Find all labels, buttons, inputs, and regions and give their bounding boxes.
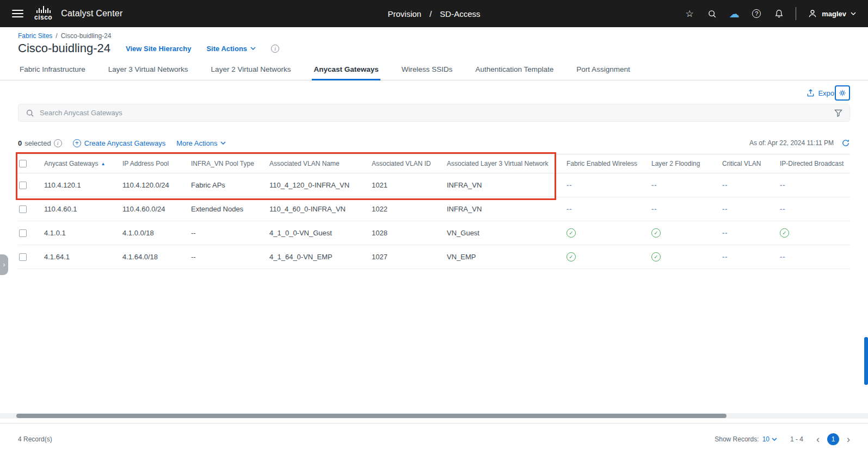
chevron-down-icon (220, 141, 226, 145)
column-label: Critical VLAN (722, 160, 761, 167)
cell-anycast-gateway: 110.4.60.1 (43, 197, 121, 221)
info-icon[interactable]: i (54, 139, 62, 147)
select-all-checkbox[interactable] (19, 160, 27, 167)
table-settings-button[interactable] (835, 85, 850, 101)
view-site-hierarchy-link[interactable]: View Site Hierarchy (126, 45, 191, 53)
column-label: Anycast Gateways (44, 160, 98, 167)
tab-port-assignment[interactable]: Port Assignment (575, 60, 631, 80)
cloud-icon[interactable]: ☁ (729, 8, 740, 19)
table-footer: 4 Record(s) Show Records: 10 1 - 4 ‹ 1 › (0, 423, 868, 455)
current-page-button[interactable]: 1 (827, 433, 839, 445)
cell-ip-address-pool: 110.4.60.0/24 (121, 197, 190, 221)
more-actions-dropdown[interactable]: More Actions (176, 139, 226, 147)
gear-icon (838, 89, 847, 97)
cell-ip-address-pool: 110.4.120.0/24 (121, 173, 190, 197)
page-title: Cisco-buidling-24 (18, 41, 110, 55)
horizontal-scrollbar (0, 413, 868, 419)
navbar-divider (796, 7, 796, 20)
previous-page-button[interactable]: ‹ (816, 434, 820, 444)
product-title: Catalyst Center (61, 9, 122, 18)
notifications-bell-icon[interactable] (773, 8, 784, 19)
pagination-range: 1 - 4 (790, 435, 803, 443)
row-checkbox[interactable] (19, 205, 27, 213)
sort-ascending-icon[interactable]: ▲ (101, 161, 105, 166)
tab-layer2-virtual-networks[interactable]: Layer 2 Virtual Networks (210, 60, 293, 80)
column-label: Associated VLAN ID (372, 160, 431, 167)
hamburger-menu-icon[interactable] (12, 10, 23, 17)
column-header-fabric-enabled-wireless[interactable]: Fabric Enabled Wireless (565, 154, 650, 173)
create-anycast-gateways-label: Create Anycast Gateways (84, 139, 166, 147)
row-checkbox[interactable] (19, 229, 27, 237)
column-header-anycast-gateways[interactable]: Anycast Gateways▲ (43, 154, 121, 173)
cell-associated-l3-virtual-network: INFRA_VN (446, 173, 565, 197)
tab-wireless-ssids[interactable]: Wireless SSIDs (400, 60, 454, 80)
user-menu[interactable]: maglev (808, 9, 856, 18)
cell-associated-vlan-id: 1022 (371, 197, 446, 221)
search-bar (18, 104, 850, 122)
tab-fabric-infrastructure[interactable]: Fabric Infrastructure (18, 60, 87, 80)
table-row: 110.4.120.1 110.4.120.0/24 Fabric APs 11… (18, 173, 850, 197)
as-of-label: As of: Apr 22, 2024 11:11 PM (749, 139, 834, 147)
cell-fabric-enabled-wireless: ✓ (565, 221, 650, 245)
row-checkbox[interactable] (19, 253, 27, 261)
breadcrumb-fabric-sites[interactable]: Fabric Sites (18, 32, 52, 40)
filter-icon[interactable] (834, 109, 842, 117)
cell-anycast-gateway: 110.4.120.1 (43, 173, 121, 197)
column-label: Associated Layer 3 Virtual Network (447, 160, 549, 167)
refresh-icon[interactable] (841, 139, 850, 147)
column-header-associated-vlan-name[interactable]: Associated VLAN Name (268, 154, 371, 173)
table-row: 4.1.0.1 4.1.0.0/18 -- 4_1_0_0-VN_Guest 1… (18, 221, 850, 245)
navbar-breadcrumb: Provision / SD-Access (387, 9, 480, 18)
favorites-star-icon[interactable]: ☆ (684, 8, 695, 19)
selected-count-label: selected (24, 139, 51, 147)
nav-section[interactable]: Provision (387, 9, 421, 18)
selected-count-value: 0 (18, 139, 22, 147)
cell-associated-l3-virtual-network: INFRA_VN (446, 197, 565, 221)
cisco-logo-bars-icon (36, 6, 51, 13)
column-label: Fabric Enabled Wireless (567, 160, 637, 167)
column-header-associated-l3-virtual-network[interactable]: Associated Layer 3 Virtual Network (446, 154, 565, 173)
column-header-critical-vlan[interactable]: Critical VLAN (721, 154, 779, 173)
table-body: 110.4.120.1 110.4.120.0/24 Fabric APs 11… (18, 173, 850, 269)
column-header-ip-directed-broadcast[interactable]: IP-Directed Broadcast (779, 154, 850, 173)
cell-critical-vlan: -- (721, 245, 779, 269)
navbar-actions: ☆ ☁ ? maglev (684, 7, 856, 20)
breadcrumb-separator: / (56, 32, 57, 40)
page-size-dropdown[interactable]: 10 (762, 435, 777, 443)
column-label: IP Address Pool (122, 160, 169, 167)
row-checkbox[interactable] (19, 182, 27, 189)
search-input[interactable] (40, 109, 829, 117)
tab-authentication-template[interactable]: Authentication Template (474, 60, 556, 80)
cell-infra-vn-pool-type: Fabric APs (190, 173, 268, 197)
help-icon[interactable]: ? (751, 8, 762, 19)
cell-associated-vlan-id: 1027 (371, 245, 446, 269)
tab-layer3-virtual-networks[interactable]: Layer 3 Virtual Networks (107, 60, 190, 80)
table-header-row: Anycast Gateways▲ IP Address Pool INFRA_… (18, 154, 850, 173)
horizontal-scrollbar-thumb[interactable] (16, 414, 727, 418)
info-icon[interactable]: i (271, 45, 279, 53)
search-icon[interactable] (706, 8, 717, 19)
column-header-ip-address-pool[interactable]: IP Address Pool (121, 154, 190, 173)
chevron-down-icon (250, 47, 256, 50)
expand-side-panel-handle[interactable]: › (0, 254, 8, 275)
cell-associated-vlan-id: 1028 (371, 221, 446, 245)
export-button[interactable]: Export (807, 89, 839, 97)
as-of-timestamp: As of: Apr 22, 2024 11:11 PM (749, 139, 850, 147)
vertical-scrollbar-thumb[interactable] (864, 337, 868, 385)
check-icon: ✓ (780, 228, 789, 238)
cell-associated-vlan-name: 4_1_64_0-VN_EMP (268, 245, 371, 269)
column-header-infra-vn-pool-type[interactable]: INFRA_VN Pool Type (190, 154, 268, 173)
next-page-button[interactable]: › (847, 434, 850, 444)
table-row: 4.1.64.1 4.1.64.0/18 -- 4_1_64_0-VN_EMP … (18, 245, 850, 269)
column-label: INFRA_VN Pool Type (191, 160, 254, 167)
create-anycast-gateways-button[interactable]: + Create Anycast Gateways (73, 139, 166, 147)
column-header-layer2-flooding[interactable]: Layer 2 Flooding (650, 154, 721, 173)
column-header-associated-vlan-id[interactable]: Associated VLAN ID (371, 154, 446, 173)
nav-subsection[interactable]: SD-Access (440, 9, 480, 18)
tab-anycast-gateways[interactable]: Anycast Gateways (312, 60, 380, 80)
site-actions-dropdown[interactable]: Site Actions (206, 45, 256, 53)
cisco-logo[interactable]: cisco (34, 6, 52, 21)
cell-infra-vn-pool-type: Extended Nodes (190, 197, 268, 221)
cisco-logo-text: cisco (34, 14, 52, 21)
cell-anycast-gateway: 4.1.0.1 (43, 221, 121, 245)
